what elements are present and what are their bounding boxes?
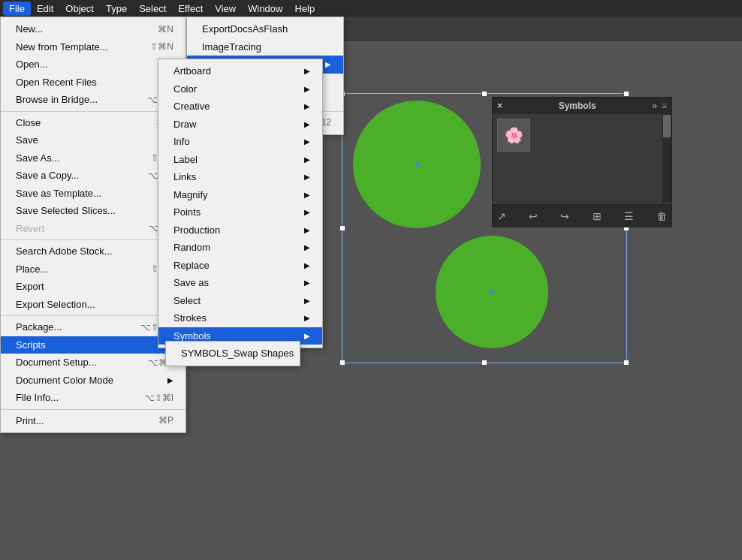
menu-type[interactable]: Type xyxy=(100,2,133,16)
sep-4 xyxy=(1,409,186,410)
symbols-thumb-row: 🌸 xyxy=(497,119,667,152)
symbols-footer-icon-1[interactable]: ↗ xyxy=(497,210,506,222)
circle-top xyxy=(353,101,481,228)
circle-bottom xyxy=(436,236,548,348)
mgondek-points[interactable]: Points ▶ xyxy=(158,203,322,221)
menu-window[interactable]: Window xyxy=(242,2,288,16)
symbols-footer-icon-2[interactable]: ↩ xyxy=(529,210,538,222)
menu-document-setup[interactable]: Document Setup... ⌥⌘P xyxy=(1,354,186,372)
symbols-menu-icon[interactable]: ≡ xyxy=(662,101,667,111)
menu-object[interactable]: Object xyxy=(59,2,100,16)
mgondek-select[interactable]: Select ▶ xyxy=(158,292,322,310)
scripts-export-flash[interactable]: ExportDocsAsFlash xyxy=(187,20,343,38)
menu-new-from-template[interactable]: New from Template... ⇧⌘N xyxy=(1,38,186,56)
menu-edit[interactable]: Edit xyxy=(31,2,59,16)
symbols-content: 🌸 xyxy=(493,114,671,204)
symbols-footer-icon-5[interactable]: ☰ xyxy=(624,210,634,222)
menu-select[interactable]: Select xyxy=(133,2,172,16)
handle-tm[interactable] xyxy=(481,91,487,97)
scripts-image-tracing[interactable]: ImageTracing xyxy=(187,38,343,56)
menu-bar: File Edit Object Type Select Effect View… xyxy=(0,0,742,17)
mgondek-magnify[interactable]: Magnify ▶ xyxy=(158,186,322,204)
mgondek-random[interactable]: Random ▶ xyxy=(158,239,322,257)
mgondek-links[interactable]: Links ▶ xyxy=(158,168,322,186)
handle-bm[interactable] xyxy=(481,360,487,366)
mgondek-save-as[interactable]: Save as ▶ xyxy=(158,274,322,292)
symbols-title-icons: » ≡ xyxy=(652,101,667,111)
symbols-submenu-panel: SYMBOLS_Swap Shapes xyxy=(165,341,300,366)
symbols-swap-shapes[interactable]: SYMBOLS_Swap Shapes xyxy=(166,345,300,363)
handle-bl[interactable] xyxy=(339,360,345,366)
symbols-close-icon[interactable]: × xyxy=(497,101,502,111)
menu-color-mode[interactable]: Document Color Mode ▶ xyxy=(1,372,186,390)
symbols-scrollbar-thumb[interactable] xyxy=(663,115,671,137)
symbols-expand-icon[interactable]: » xyxy=(652,101,657,111)
symbols-footer-icon-3[interactable]: ↪ xyxy=(560,210,569,222)
symbols-panel: × Symbols » ≡ 🌸 ↗ ↩ ↪ ⊞ ☰ 🗑 xyxy=(492,97,672,227)
handle-tr[interactable] xyxy=(623,91,629,97)
menu-print[interactable]: Print... ⌘P xyxy=(1,412,186,430)
menu-help[interactable]: Help xyxy=(288,2,321,16)
mgondek-replace[interactable]: Replace ▶ xyxy=(158,257,322,275)
mgondek-creative[interactable]: Creative ▶ xyxy=(158,98,322,116)
handle-br[interactable] xyxy=(623,360,629,366)
symbols-footer-icon-6[interactable]: 🗑 xyxy=(656,210,667,222)
symbols-footer: ↗ ↩ ↪ ⊞ ☰ 🗑 xyxy=(493,204,671,227)
symbols-scrollbar[interactable] xyxy=(662,114,671,203)
menu-file[interactable]: File xyxy=(3,2,31,16)
mgondek-production[interactable]: Production ▶ xyxy=(158,221,322,239)
handle-ml[interactable] xyxy=(339,225,345,231)
mgondek-label[interactable]: Label ▶ xyxy=(158,151,322,169)
menu-effect[interactable]: Effect xyxy=(172,2,209,16)
symbols-title: Symbols xyxy=(502,101,652,111)
symbols-footer-icon-4[interactable]: ⊞ xyxy=(593,210,602,222)
mgondek-info[interactable]: Info ▶ xyxy=(158,133,322,151)
menu-file-info[interactable]: File Info... ⌥⇧⌘I xyxy=(1,389,186,407)
mgondek-strokes[interactable]: Strokes ▶ xyxy=(158,309,322,327)
mgondek-color[interactable]: Color ▶ xyxy=(158,80,322,98)
menu-view[interactable]: View xyxy=(209,2,242,16)
menu-new[interactable]: New... ⌘N xyxy=(1,20,186,38)
symbols-title-bar: × Symbols » ≡ xyxy=(493,98,671,114)
mgondek-draw[interactable]: Draw ▶ xyxy=(158,116,322,134)
mgondek-submenu: Artboard ▶ Color ▶ Creative ▶ Draw ▶ Inf… xyxy=(158,59,323,348)
symbol-thumb-1[interactable]: 🌸 xyxy=(497,119,530,152)
mgondek-artboard[interactable]: Artboard ▶ xyxy=(158,62,322,80)
